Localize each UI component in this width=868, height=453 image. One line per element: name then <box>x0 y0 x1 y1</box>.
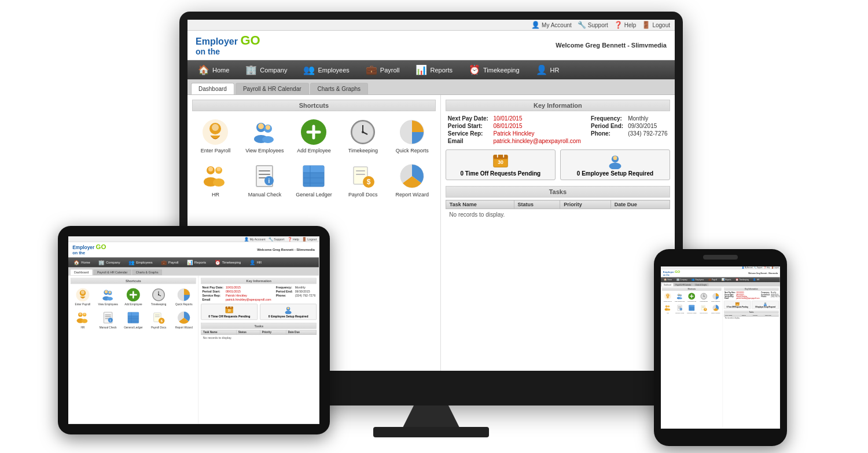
shortcut-enter-payroll[interactable]: Enter Payroll <box>192 116 239 156</box>
nav-item-company[interactable]: 🏢Company <box>94 257 124 267</box>
topbar-item-help[interactable]: ❓Help <box>764 267 770 269</box>
notification-btn-0[interactable]: 300 Time Off Requests Pending <box>446 149 556 180</box>
nav-item-home[interactable]: 🏠Home <box>661 277 674 283</box>
shortcut-label: HR <box>212 192 219 198</box>
notification-btn-1[interactable]: 0 Employee Setup Required <box>260 304 317 320</box>
shortcut-report-wizard[interactable]: Report Wizard <box>172 309 196 330</box>
nav-item-reports[interactable]: 📊Reports <box>407 60 461 79</box>
shortcut-view-employees[interactable]: View Employees <box>241 116 288 156</box>
nav-item-employees[interactable]: 👥Employees <box>295 60 357 79</box>
shortcut-quick-reports[interactable]: Quick Reports <box>389 116 436 156</box>
shortcut-add-employee[interactable]: Add Employee <box>122 286 146 307</box>
key-info-row: Next Pay Date: 10/01/2015 Frequency: Mon… <box>201 286 317 290</box>
shortcut-quick-reports[interactable]: Quick Reports <box>172 286 196 307</box>
shortcut-hr[interactable]: HR <box>662 304 674 314</box>
key-value: patrick.hinckley@apexpayroll.com <box>225 298 275 302</box>
svg-text:30: 30 <box>498 159 503 165</box>
nav-bar: 🏠Home🏢Company👥Employees💼Payroll📊Reports⏰… <box>187 60 675 79</box>
nav-item-timekeeping[interactable]: ⏰Timekeeping <box>733 277 751 283</box>
nav-item-hr[interactable]: 👤HR <box>528 60 568 79</box>
notification-btn-1[interactable]: 0 Employee Setup Required <box>560 149 670 180</box>
tab-payroll-&-hr-calendar[interactable]: Payroll & HR Calendar <box>93 269 131 275</box>
nav-item-employees[interactable]: 👥Employees <box>124 257 157 267</box>
nav-item-reports[interactable]: 📊Reports <box>719 277 733 283</box>
key-value2: Monthly <box>627 115 670 122</box>
notification-btn-1[interactable]: 0 Employee Setup Required <box>752 301 778 309</box>
shortcut-enter-payroll[interactable]: Enter Payroll <box>662 292 674 302</box>
nav-item-company[interactable]: 🏢Company <box>237 60 295 79</box>
shortcut-label: View Employees <box>98 303 118 306</box>
tab-dashboard[interactable]: Dashboard <box>70 269 93 275</box>
nav-item-timekeeping[interactable]: ⏰Timekeeping <box>461 60 528 79</box>
topbar-item-support[interactable]: 🔧Support <box>269 237 285 241</box>
nav-item-payroll[interactable]: 💼Payroll <box>358 60 408 79</box>
svg-text:30: 30 <box>228 309 231 312</box>
shortcut-icon-timekeeping <box>700 293 708 300</box>
shortcut-general-ledger[interactable]: General Ledger <box>290 160 337 200</box>
tab-charts-&-graphs[interactable]: Charts & Graphs <box>310 83 368 94</box>
shortcut-hr[interactable]: HR <box>192 160 239 200</box>
topbar-item-support[interactable]: 🔧Support <box>578 21 608 29</box>
topbar-item-my-account[interactable]: 👤My Account <box>531 21 572 29</box>
svg-point-110 <box>704 296 704 297</box>
shortcut-payroll-docs[interactable]: $Payroll Docs <box>146 309 171 330</box>
shortcut-add-employee[interactable]: Add Employee <box>290 116 337 156</box>
shortcut-label: View Employees <box>675 301 685 302</box>
tab-dashboard[interactable]: Dashboard <box>662 283 674 286</box>
shortcut-icon-payroll-docs: $ <box>152 310 166 325</box>
shortcut-quick-reports[interactable]: Quick Reports <box>710 292 722 302</box>
notification-btn-0[interactable]: 300 Time Off Requests Pending <box>724 301 751 309</box>
svg-rect-84 <box>155 316 160 317</box>
topbar-item-support[interactable]: 🔧Support <box>754 267 762 269</box>
task-column-task-name: Task Name <box>446 200 514 209</box>
nav-item-employees[interactable]: 👥Employees <box>689 277 705 283</box>
shortcut-timekeeping[interactable]: Timekeeping <box>698 292 709 302</box>
topbar-item-my-account[interactable]: 👤My Account <box>742 267 752 269</box>
shortcut-hr[interactable]: HR <box>71 309 95 330</box>
nav-item-timekeeping[interactable]: ⏰Timekeeping <box>210 257 245 267</box>
nav-item-company[interactable]: 🏢Company <box>674 277 690 283</box>
tab-charts-&-graphs[interactable]: Charts & Graphs <box>693 283 709 286</box>
topbar-item-help[interactable]: ❓Help <box>614 21 637 29</box>
key-label2: Frequency: <box>275 286 295 290</box>
nav-item-hr[interactable]: 👤HR <box>245 257 266 267</box>
shortcut-general-ledger[interactable]: General Ledger <box>122 309 146 330</box>
shortcut-payroll-docs[interactable]: $Payroll Docs <box>698 304 709 314</box>
svg-point-115 <box>667 309 670 311</box>
no-records-text: No records to display. <box>201 335 317 341</box>
tab-charts-&-graphs[interactable]: Charts & Graphs <box>132 269 162 275</box>
topbar-item-my-account[interactable]: 👤My Account <box>244 237 265 241</box>
shortcut-timekeeping[interactable]: Timekeeping <box>340 116 387 156</box>
svg-point-50 <box>81 291 84 294</box>
logo: Employer GO on the <box>196 34 260 56</box>
shortcut-payroll-docs[interactable]: $Payroll Docs <box>340 160 387 200</box>
shortcut-icon-general-ledger <box>688 304 696 312</box>
shortcut-report-wizard[interactable]: Report Wizard <box>710 304 722 314</box>
notification-btn-0[interactable]: 300 Time Off Requests Pending <box>201 304 258 320</box>
topbar-item-logout[interactable]: 🚪Logout <box>642 21 670 29</box>
nav-item-home[interactable]: 🏠Home <box>69 257 94 267</box>
shortcut-report-wizard[interactable]: Report Wizard <box>389 160 436 200</box>
topbar-item-logout[interactable]: 🚪Logout <box>302 237 317 241</box>
nav-item-home[interactable]: 🏠Home <box>190 60 237 79</box>
shortcut-manual-check[interactable]: iManual Check <box>241 160 288 200</box>
nav-item-payroll[interactable]: 💼Payroll <box>706 277 719 283</box>
shortcut-view-employees[interactable]: View Employees <box>96 286 120 307</box>
shortcut-manual-check[interactable]: iManual Check <box>96 309 120 330</box>
topbar-item-logout[interactable]: 🚪Logout <box>771 267 779 269</box>
nav-item-payroll[interactable]: 💼Payroll <box>157 257 183 267</box>
shortcut-general-ledger[interactable]: General Ledger <box>686 304 698 314</box>
shortcut-manual-check[interactable]: iManual Check <box>674 304 686 314</box>
tab-dashboard[interactable]: Dashboard <box>191 83 234 94</box>
key-label2: Phone: <box>589 130 627 137</box>
shortcut-enter-payroll[interactable]: Enter Payroll <box>71 286 95 307</box>
shortcut-label: Enter Payroll <box>75 303 91 306</box>
topbar-item-help[interactable]: ❓Help <box>288 237 299 241</box>
nav-item-hr[interactable]: 👤HR <box>751 277 762 283</box>
nav-item-reports[interactable]: 📊Reports <box>183 257 211 267</box>
shortcut-add-employee[interactable]: Add Employee <box>686 292 698 302</box>
tab-payroll-&-hr-calendar[interactable]: Payroll & HR Calendar <box>674 283 693 286</box>
tab-payroll-&-hr-calendar[interactable]: Payroll & HR Calendar <box>236 83 309 94</box>
shortcut-view-employees[interactable]: View Employees <box>674 292 686 302</box>
shortcut-timekeeping[interactable]: Timekeeping <box>146 286 171 307</box>
